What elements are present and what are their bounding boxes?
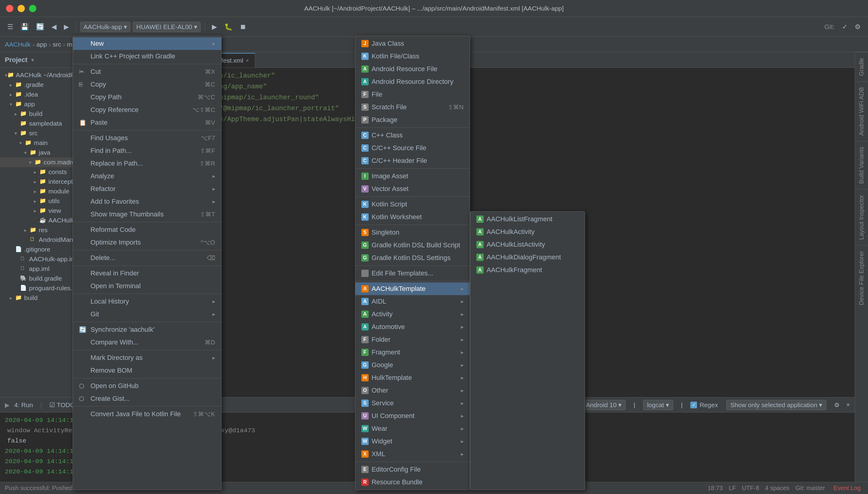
ctx-item-fragment[interactable]: F Fragment ▸ <box>355 346 470 359</box>
ctx-item-favorites[interactable]: Add to Favorites ▸ <box>73 195 221 208</box>
ctx-item-reveal[interactable]: Reveal in Finder <box>73 267 221 280</box>
forward-button[interactable]: ▶ <box>61 22 72 32</box>
ctx-item-local-history[interactable]: Local History ▸ <box>73 295 221 308</box>
ctx-label: Image Asset <box>372 172 408 180</box>
ctx-item-terminal[interactable]: Open in Terminal <box>73 280 221 292</box>
ctx-item-git[interactable]: Git ▸ <box>73 308 221 321</box>
ctx-item-aachulk-fragment[interactable]: A AACHulkFragment <box>470 264 585 277</box>
ctx-item-analyze[interactable]: Analyze ▸ <box>73 170 221 183</box>
ctx-item-aidl[interactable]: A AIDL ▸ <box>355 295 470 308</box>
ctx-item-cpp-class[interactable]: C C++ Class <box>355 129 470 142</box>
run-button[interactable]: ▶ <box>209 22 219 32</box>
close-button[interactable] <box>6 5 13 12</box>
git-check-button[interactable]: ✓ <box>840 22 850 32</box>
device-dropdown[interactable]: HUAWEI ELE-AL00 ▾ <box>133 22 201 32</box>
ctx-item-android-res[interactable]: A Android Resource File <box>355 63 470 75</box>
save-button[interactable]: 💾 <box>18 22 31 32</box>
ctx-item-find-path[interactable]: Find in Path... ⇧⌘F <box>73 145 221 157</box>
regex-checkbox[interactable]: ✓ <box>690 402 697 408</box>
breadcrumb-item[interactable]: src <box>53 41 61 48</box>
ctx-item-service[interactable]: S Service ▸ <box>355 397 470 410</box>
ctx-item-github[interactable]: ⬡ Open on GitHub <box>73 380 221 392</box>
ctx-item-singleton[interactable]: S Singleton <box>355 226 470 239</box>
ctx-item-thumbnails[interactable]: Show Image Thumbnails ⇧⌘T <box>73 208 221 221</box>
gradle-tab[interactable]: Gradle <box>855 52 868 81</box>
titlebar: AACHulk [~/AndroidProject/AACHulk] – ...… <box>0 0 868 17</box>
ctx-item-kotlin-worksheet[interactable]: K Kotlin Worksheet <box>355 211 470 223</box>
ctx-item-package[interactable]: P Package <box>355 114 470 126</box>
ctx-item-file[interactable]: F File <box>355 88 470 101</box>
android-wifi-adb-tab[interactable]: Android WiFi ADB <box>855 81 868 141</box>
ctx-item-list-activity[interactable]: A AACHulkListActivity <box>470 238 585 251</box>
back-button[interactable]: ◀ <box>49 22 59 32</box>
settings-button[interactable]: ⚙ <box>852 22 863 32</box>
ctx-item-resource-bundle[interactable]: R Resource Bundle <box>355 476 470 489</box>
minimize-button[interactable] <box>18 5 25 12</box>
ctx-item-automotive[interactable]: A Automotive ▸ <box>355 321 470 333</box>
ctx-item-xml[interactable]: X XML ▸ <box>355 448 470 460</box>
ctx-item-optimize[interactable]: Optimize Imports ^⌥O <box>73 236 221 249</box>
ctx-item-activity[interactable]: A Activity ▸ <box>355 308 470 321</box>
ctx-item-aachulk-activity[interactable]: A AACHulkActivity <box>470 226 585 238</box>
ctx-item-aachulk-template[interactable]: A AACHulkTemplate ▸ <box>355 282 470 295</box>
ctx-item-other[interactable]: O Other ▸ <box>355 384 470 397</box>
maximize-button[interactable] <box>29 5 36 12</box>
resource-bundle-icon: R <box>361 478 369 486</box>
ctx-item-synchronize[interactable]: 🔄 Synchronize 'aachulk' <box>73 323 221 336</box>
ctx-item-widget[interactable]: W Widget ▸ <box>355 435 470 448</box>
ctx-item-find-usages[interactable]: Find Usages ⌥F7 <box>73 132 221 145</box>
layout-inspector-tab[interactable]: Layout Inspector <box>855 189 868 245</box>
ctx-item-cpp-header[interactable]: C C/C++ Header File <box>355 154 470 167</box>
ctx-item-wear[interactable]: W Wear ▸ <box>355 422 470 435</box>
breadcrumb-item[interactable]: app <box>36 41 47 48</box>
ctx-item-copy-path[interactable]: Copy Path ⌘⌥C <box>73 91 221 103</box>
ctx-item-android-res-dir[interactable]: A Android Resource Directory <box>355 75 470 88</box>
ctx-item-java-class[interactable]: J Java Class <box>355 37 470 50</box>
ctx-item-folder[interactable]: F Folder ▸ <box>355 333 470 346</box>
ctx-item-new[interactable]: New ▸ <box>73 37 221 50</box>
sync-button[interactable]: 🔄 <box>34 22 46 32</box>
ctx-item-mark-dir[interactable]: Mark Directory as ▸ <box>73 352 221 364</box>
breadcrumb-item[interactable]: AACHulk <box>5 41 31 48</box>
ctx-item-image-asset[interactable]: I Image Asset <box>355 170 470 183</box>
ctx-item-cpp-source[interactable]: C C/C++ Source File <box>355 142 470 154</box>
menu-button[interactable]: ☰ <box>5 22 16 32</box>
ctx-item-copy-ref[interactable]: Copy Reference ⌥⇧⌘C <box>73 103 221 116</box>
logcat-process-dropdown[interactable]: logcat ▾ <box>643 400 673 410</box>
ctx-item-ui-component[interactable]: U UI Component ▸ <box>355 410 470 422</box>
ctx-item-gist[interactable]: ⬡ Create Gist... <box>73 392 221 405</box>
ctx-item-editorconfig[interactable]: E EditorConfig File <box>355 463 470 476</box>
ctx-item-remove-bom[interactable]: Remove BOM <box>73 364 221 377</box>
logcat-gear-icon[interactable]: ⚙ <box>834 401 840 408</box>
ctx-item-kotlin-convert[interactable]: Convert Java File to Kotlin File ⇧⌘⌥K <box>73 408 221 420</box>
ctx-item-vector-asset[interactable]: V Vector Asset <box>355 183 470 195</box>
logcat-close-icon[interactable]: × <box>846 401 850 408</box>
stop-button[interactable]: ⏹ <box>237 22 249 32</box>
ctx-item-paste[interactable]: 📋 Paste ⌘V <box>73 116 221 129</box>
ctx-item-google[interactable]: G Google ▸ <box>355 359 470 372</box>
ctx-item-cut[interactable]: ✂ Cut ⌘X <box>73 65 221 78</box>
ctx-item-dialog-fragment[interactable]: A AACHulkDialogFragment <box>470 251 585 264</box>
ctx-item-kotlin-class[interactable]: K Kotlin File/Class <box>355 50 470 63</box>
ctx-item-copy[interactable]: ⎘ Copy ⌘C <box>73 78 221 91</box>
build-variants-tab[interactable]: Build Variants <box>855 141 868 189</box>
ctx-item-gradle-build[interactable]: G Gradle Kotlin DSL Build Script <box>355 239 470 251</box>
show-selected-dropdown[interactable]: Show only selected application ▾ <box>726 400 826 410</box>
ctx-item-reformat[interactable]: Reformat Code <box>73 223 221 236</box>
ctx-item-delete[interactable]: Delete... ⌫ <box>73 251 221 264</box>
event-log-button[interactable]: Event Log <box>831 484 863 492</box>
device-file-explorer-tab[interactable]: Device File Explorer <box>855 245 868 310</box>
ctx-item-replace-path[interactable]: Replace in Path... ⇧⌘R <box>73 157 221 170</box>
ctx-item-gradle-settings[interactable]: G Gradle Kotlin DSL Settings <box>355 251 470 264</box>
folder-icon: F <box>361 336 369 343</box>
ctx-item-kotlin-script[interactable]: K Kotlin Script <box>355 198 470 211</box>
ctx-item-list-fragment[interactable]: A AACHulkListFragment <box>470 213 585 226</box>
ctx-item-edit-templates[interactable]: Edit File Templates... <box>355 267 470 280</box>
ctx-item-compare[interactable]: Compare With... ⌘D <box>73 336 221 349</box>
debug-button[interactable]: 🐛 <box>222 22 235 32</box>
ctx-item-link-cpp[interactable]: Link C++ Project with Gradle <box>73 50 221 63</box>
ctx-item-hulk-template[interactable]: H HulkTemplate ▸ <box>355 372 470 384</box>
ctx-item-refactor[interactable]: Refactor ▸ <box>73 183 221 195</box>
project-dropdown[interactable]: AACHulk-app ▾ <box>80 22 131 32</box>
ctx-item-scratch[interactable]: S Scratch File ⇧⌘N <box>355 101 470 114</box>
